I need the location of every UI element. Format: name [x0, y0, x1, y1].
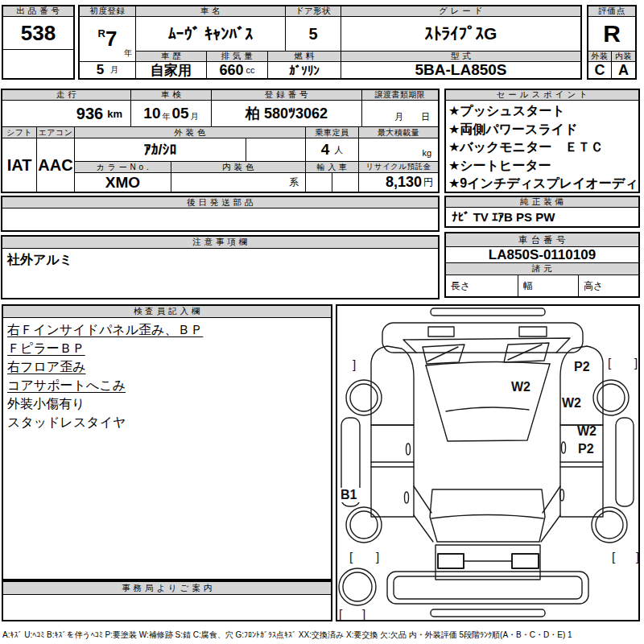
quarter-panels	[414, 486, 560, 542]
exterior-color-extra-cell	[246, 138, 306, 162]
rear-bumper-strip	[431, 609, 545, 617]
car-history-value: 自家用	[136, 62, 207, 78]
inspector-note-item: コアサポートへこみ	[7, 376, 329, 394]
shaken-month: 05	[172, 105, 189, 122]
mileage-label: 走 行	[2, 90, 131, 101]
detail-table: 走 行 車 検 登 録 番 号 譲渡書類期限 936 km 10 年 05 月 …	[1, 89, 440, 193]
door-handle	[407, 444, 411, 455]
inspector-note-item: 右Ｆインサイドパネル歪み、ＢＰ	[7, 320, 329, 339]
sales-point-item: ★プッシュスタート	[448, 102, 638, 121]
interior-label: 内装	[612, 52, 635, 62]
interior-score: A	[612, 62, 635, 78]
car-name-label: 車 名	[136, 6, 286, 17]
damage-code-legend: A:ｷｽﾞ U:ﾍｺﾐ B:ｷｽﾞを伴うﾍｺﾐ P:要塗装 W:補修跡 S:錆 …	[2, 630, 643, 641]
damage-marker: P2	[578, 442, 594, 456]
corner-mark: ]	[362, 607, 365, 620]
width-label: 幅	[518, 275, 579, 296]
office-box: 事 務 局 よ り ご 案 内	[2, 580, 332, 621]
length-label: 長さ	[446, 275, 518, 296]
transfer-deadline-value: 月 日	[362, 101, 438, 127]
specs-label: 諸 元	[446, 263, 638, 275]
inspector-box: 検 査 員 記 入 欄 右Ｆインサイドパネル歪み、ＢＰＦピラーＢＰ右フロア歪みコ…	[2, 304, 332, 580]
transfer-month-unit: 月	[394, 111, 403, 123]
recycle-deposit-unit: 円	[423, 175, 433, 189]
recycle-deposit-number: 8,130	[386, 174, 422, 191]
corner-mark: ]	[636, 550, 638, 564]
inspector-note-item: 外装小傷有り	[7, 394, 329, 413]
notes-value: 社外アルミ	[7, 252, 436, 269]
evaluation-score: R	[588, 17, 635, 52]
front-bumper-strip	[431, 308, 545, 316]
auction-number-empty-cell	[3, 50, 73, 78]
inspector-note-item: ＦピラーＢＰ	[7, 339, 329, 357]
corner-mark: ]	[634, 356, 638, 369]
registration-number-label: 登 録 番 号	[212, 90, 362, 101]
door-handle	[405, 492, 409, 503]
door-shape-label: ドア形状	[286, 6, 341, 17]
transfer-deadline-label: 譲渡書類期限	[362, 90, 438, 101]
door-shape-value: 5	[286, 17, 341, 52]
wheel-front-left	[346, 380, 382, 415]
first-reg-year: 7	[105, 27, 117, 52]
model-code-value: 5BA-LA850S	[341, 62, 580, 78]
displacement-number: 660	[219, 62, 243, 78]
corner-mark: ]	[353, 357, 356, 371]
notes-box: 注 意 事 項 欄 社外アルミ	[1, 235, 440, 299]
inspector-list: 右Ｆインサイドパネル歪み、ＢＰＦピラーＢＰ右フロア歪みコアサポートへこみ外装小傷…	[7, 320, 329, 431]
mileage-unit: km	[107, 108, 122, 120]
import-car-cell-b	[332, 173, 359, 192]
later-parts-box: 後 日 発 送 部 品	[1, 196, 440, 232]
sales-points-list: ★プッシュスタート★両側パワースライド★バックモニター ＥＴＣ★シートヒーター★…	[448, 102, 638, 211]
sales-points-box: セ ー ル ス ポ イ ン ト ★プッシュスタート★両側パワースライド★バックモ…	[444, 89, 640, 193]
capacity-value: 4 人	[306, 138, 359, 162]
sales-point-item: ★バックモニター ＥＴＣ	[448, 138, 638, 157]
notes-label: 注 意 事 項 欄	[2, 237, 438, 249]
car-name-value: ﾑｰｳﾞ ｷｬﾝﾊﾞｽ	[136, 17, 286, 52]
shaken-year: 10	[143, 105, 160, 122]
spare-tire	[339, 568, 376, 605]
registration-number-value: 柏 580ﾂ3062	[212, 101, 362, 127]
color-number-value: XMO	[75, 173, 171, 192]
mileage-value: 936 km	[2, 101, 131, 127]
first-reg-month-value: 5	[97, 62, 104, 78]
grade-value: ｽﾄﾗｲﾌﾟｽG	[341, 17, 580, 52]
sales-point-item: ★シートヒーター	[448, 157, 638, 175]
headlight-left	[428, 327, 454, 336]
inspector-note-item: スタッドレスタイヤ	[7, 413, 329, 431]
damage-marker: W2	[577, 424, 597, 438]
first-registration-label: 初度登録	[80, 6, 136, 17]
shaken-year-unit: 年	[163, 111, 171, 126]
recycle-deposit-value: 8,130 円	[359, 173, 438, 192]
equipment-value: ﾅﾋﾞ TV ｴｱB PS PW	[452, 210, 637, 224]
damage-marker: W2	[562, 396, 581, 410]
displacement-unit: cc	[246, 65, 255, 75]
windshield	[426, 364, 550, 441]
aircon-label: エアコン	[37, 127, 75, 138]
height-label: 高さ	[579, 275, 638, 296]
wheel-front-right	[593, 380, 629, 415]
first-reg-era: R	[98, 27, 105, 39]
vehicle-damage-diagram: P2W2W2W2P2B1][][][][]	[337, 306, 638, 620]
fuel-value: ｶﾞｿﾘﾝ	[268, 62, 341, 78]
fender-right	[560, 346, 603, 425]
first-reg-month-unit: 月	[110, 64, 118, 76]
corner-mark: [	[339, 607, 343, 620]
cowl-panel	[403, 338, 570, 353]
max-load-label: 最大積載量	[359, 127, 438, 138]
shaken-month-unit: 月	[191, 111, 199, 126]
sales-point-item: ★両側パワースライド	[448, 121, 638, 139]
damage-marker: W2	[511, 380, 530, 394]
damage-marker: P2	[574, 360, 590, 374]
equipment-label: 純 正 装 備	[446, 197, 638, 208]
chassis-value: LA850S-0110109	[446, 247, 638, 263]
rocker-right	[616, 418, 634, 506]
later-parts-label: 後 日 発 送 部 品	[2, 197, 438, 208]
wheel-rear-right	[592, 507, 627, 543]
headlight-right	[519, 327, 547, 336]
office-label: 事 務 局 よ り ご 案 内	[3, 582, 331, 595]
auction-number-value: 538	[3, 17, 73, 50]
import-car-label: 輸 入 車	[306, 162, 359, 173]
import-car-cell-a	[306, 173, 332, 192]
interior-color-value: 系	[171, 173, 306, 192]
exterior-score: C	[588, 62, 612, 78]
